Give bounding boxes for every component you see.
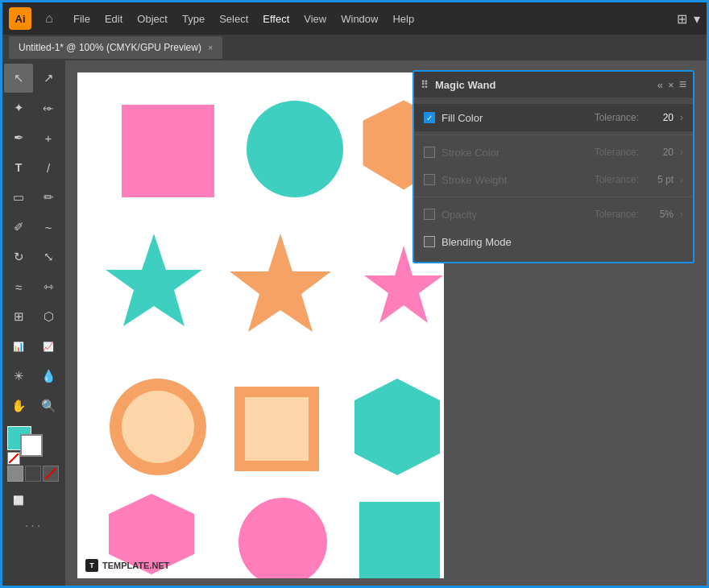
gray-swatch[interactable] — [7, 466, 23, 482]
stroke-weight-checkbox[interactable] — [424, 174, 435, 185]
menu-select[interactable]: Select — [213, 10, 255, 28]
hand-tool[interactable]: ✋ — [4, 391, 33, 420]
tool-row-1: ↖ ↗ — [4, 64, 64, 93]
default-colors[interactable] — [7, 452, 20, 465]
pencil-tool[interactable]: ✐ — [4, 213, 33, 242]
home-button[interactable]: ⌂ — [38, 7, 60, 30]
paintbrush-tool[interactable]: ✏ — [34, 183, 63, 212]
lasso-tool[interactable]: ⬰ — [34, 93, 63, 122]
fill-color-tolerance-value[interactable]: 20 — [645, 112, 674, 123]
panel-close-button[interactable]: × — [668, 79, 674, 91]
menu-file[interactable]: File — [67, 10, 97, 28]
more-tools[interactable]: ··· — [4, 519, 64, 533]
svg-marker-4 — [354, 379, 440, 475]
orange-circle-inner — [122, 391, 194, 463]
menu-edit[interactable]: Edit — [98, 10, 129, 28]
direct-select-tool[interactable]: ↗ — [34, 64, 63, 93]
eyedropper-tool[interactable]: 💧 — [34, 362, 63, 391]
pen-tool[interactable]: ✒ — [4, 123, 33, 152]
tab-close-button[interactable]: × — [208, 43, 213, 52]
opacity-tolerance-value: 5% — [645, 209, 674, 220]
stroke-weight-tolerance-value: 5 pt — [645, 174, 674, 185]
free-transform-tool[interactable]: ⊞ — [4, 302, 33, 331]
menu-bar: Ai ⌂ File Edit Object Type Select Effect… — [2, 2, 707, 35]
menu-items: File Edit Object Type Select Effect View… — [67, 10, 421, 28]
panel-collapse-button[interactable]: « — [657, 79, 663, 91]
watermark-logo: T — [85, 559, 98, 572]
panel-drag-icon: ⠿ — [421, 79, 429, 91]
stroke-color-swatch[interactable] — [20, 434, 43, 457]
canvas[interactable]: T TEMPLATE.NET — [77, 72, 444, 578]
menu-right-controls: ⊞ ▾ — [677, 11, 700, 27]
stroke-color-row: Stroke Color Tolerance: 20 › — [414, 139, 693, 166]
type-tool[interactable]: T — [4, 153, 33, 182]
blending-mode-label: Blending Mode — [442, 236, 683, 248]
grid-icon[interactable]: ⊞ — [677, 11, 687, 27]
tool-row-8: ≈ ⇿ — [4, 272, 64, 301]
zoom-tool[interactable]: 🔍 — [34, 391, 63, 420]
scale-tool[interactable]: ⤡ — [34, 242, 63, 271]
chevron-down-icon[interactable]: ▾ — [694, 11, 700, 27]
orange-square-inner — [245, 397, 309, 461]
line-tool[interactable]: / — [34, 153, 63, 182]
fill-color-checkbox[interactable] — [424, 112, 435, 123]
rotate-tool[interactable]: ↻ — [4, 242, 33, 271]
divider-2 — [414, 197, 693, 197]
fill-color-arrow[interactable]: › — [680, 112, 683, 123]
smooth-tool[interactable]: ~ — [34, 213, 63, 242]
warp-tool[interactable]: ≈ — [4, 272, 33, 301]
tab-bar: Untitled-1* @ 100% (CMYK/GPU Preview) × — [2, 35, 707, 60]
toolbar: ↖ ↗ ✦ ⬰ ✒ + T / ▭ ✏ ✐ ~ ↻ ⤡ ≈ ⇿ — [2, 60, 65, 588]
orange-star — [226, 230, 335, 338]
symbol-tool[interactable]: ✳ — [4, 362, 33, 391]
stroke-weight-arrow: › — [680, 174, 683, 185]
ai-logo: Ai — [9, 7, 31, 30]
fill-color-row: Fill Color Tolerance: 20 › — [414, 104, 693, 131]
teal-star — [102, 230, 206, 334]
magic-wand-tool[interactable]: ✦ — [4, 93, 33, 122]
menu-type[interactable]: Type — [176, 10, 211, 28]
menu-help[interactable]: Help — [386, 10, 421, 28]
no-color-swatch[interactable] — [43, 466, 59, 482]
opacity-row: Opacity Tolerance: 5% › — [414, 201, 693, 228]
panel-title-bar: ⠿ Magic Wand « × ≡ — [414, 72, 693, 97]
opacity-tolerance-label: Tolerance: — [595, 209, 639, 220]
stroke-weight-tolerance-label: Tolerance: — [595, 174, 639, 185]
additional-swatches — [7, 466, 64, 482]
menu-object[interactable]: Object — [131, 10, 174, 28]
column-graph-tool[interactable]: 📈 — [34, 332, 63, 361]
svg-marker-1 — [106, 234, 202, 326]
stroke-color-checkbox[interactable] — [424, 147, 435, 158]
menu-window[interactable]: Window — [334, 10, 384, 28]
menu-effect[interactable]: Effect — [256, 10, 296, 28]
tool-row-11: ✳ 💧 — [4, 362, 64, 391]
tool-row-7: ↻ ⤡ — [4, 242, 64, 271]
anchor-tool[interactable]: + — [34, 123, 63, 152]
teal-hexagon — [347, 375, 444, 479]
panel-menu-button[interactable]: ≡ — [679, 77, 686, 92]
opacity-checkbox[interactable] — [424, 209, 435, 220]
chart-tool[interactable]: 📊 — [4, 332, 33, 361]
shape-container — [77, 72, 444, 578]
document-tab[interactable]: Untitled-1* @ 100% (CMYK/GPU Preview) × — [9, 36, 222, 59]
color-swatches — [7, 426, 64, 463]
tool-row-extra: ⬜ — [4, 486, 64, 515]
tool-row-12: ✋ 🔍 — [4, 391, 64, 420]
tool-row-2: ✦ ⬰ — [4, 93, 64, 122]
tool-row-5: ▭ ✏ — [4, 183, 64, 212]
divider-1 — [414, 135, 693, 135]
blending-mode-checkbox[interactable] — [424, 236, 435, 247]
canvas-area: T TEMPLATE.NET ⠿ Magic Wand « × ≡ — [65, 60, 707, 588]
fill-color-tolerance-label: Tolerance: — [595, 112, 639, 123]
shaper-tool[interactable]: ⬡ — [34, 302, 63, 331]
panel-title-controls: « × ≡ — [657, 77, 686, 92]
menu-view[interactable]: View — [297, 10, 333, 28]
rect-tool[interactable]: ▭ — [4, 183, 33, 212]
width-tool[interactable]: ⇿ — [34, 272, 63, 301]
dark-swatch[interactable] — [25, 466, 41, 482]
panel-title-left: ⠿ Magic Wand — [421, 79, 495, 91]
artboard-tool[interactable]: ⬜ — [4, 486, 33, 515]
tab-label: Untitled-1* @ 100% (CMYK/GPU Preview) — [19, 42, 201, 53]
stroke-color-tolerance-label: Tolerance: — [595, 147, 639, 158]
select-tool[interactable]: ↖ — [4, 64, 33, 93]
